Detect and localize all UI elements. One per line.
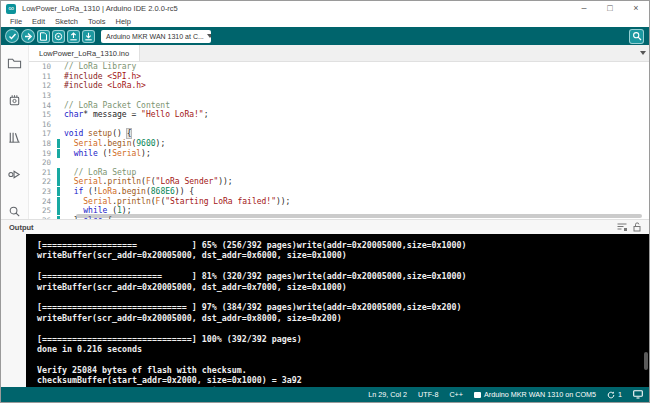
console-scrollbar[interactable] [644, 352, 648, 370]
code-line[interactable]: 17void setup() { [29, 129, 649, 139]
arduino-logo-icon: ∞ [6, 4, 16, 14]
code-line[interactable]: 11#include <SPI.h> [29, 72, 649, 82]
output-console[interactable]: [=================== ] 65% (256/392 page… [26, 234, 649, 389]
line-number: 11 [29, 72, 51, 81]
line-number: 25 [29, 206, 51, 215]
display-indicator[interactable] [633, 390, 643, 399]
line-number: 24 [29, 197, 51, 206]
status-bar: Ln 29, Col 2 UTF-8 C++ Arduino MKR WAN 1… [1, 387, 649, 402]
line-number: 19 [29, 149, 51, 158]
console-line: Verify 25084 bytes of flash with checksu… [37, 365, 649, 375]
console-line: [=================== ] 65% (256/392 page… [37, 240, 649, 250]
console-line [37, 354, 649, 364]
menu-file[interactable]: File [5, 17, 27, 26]
line-number: 22 [29, 177, 51, 186]
code-line[interactable]: 18 Serial.begin(9600); [29, 139, 649, 149]
code-text: void setup() { [64, 129, 131, 138]
search-icon [7, 204, 22, 219]
code-text: // LoRa Packet Content [64, 101, 170, 110]
console-line: writeBuffer(scr_addr=0x20005000, dst_add… [37, 282, 649, 292]
line-number: 12 [29, 81, 51, 90]
editor-horizontal-scrollbar[interactable] [76, 214, 642, 218]
upload-button[interactable] [21, 29, 35, 43]
sidebar-item-debug[interactable] [1, 156, 28, 193]
line-number: 20 [29, 158, 51, 167]
code-text: if (!LoRa.begin(868E6)) { [64, 187, 194, 196]
code-text: #include <LoRa.h> [64, 81, 146, 90]
code-text: #include <SPI.h> [64, 72, 141, 81]
code-line[interactable]: 13 [29, 91, 649, 101]
code-line[interactable]: 20 [29, 158, 649, 168]
code-line[interactable]: 24 Serial.println(F("Starting LoRa faile… [29, 196, 649, 206]
code-line[interactable]: 22 Serial.println(F("LoRa Sender")); [29, 177, 649, 187]
code-line[interactable]: 12#include <LoRa.h> [29, 81, 649, 91]
change-indicator [57, 101, 60, 110]
tab-sketch-file[interactable]: LowPower_LoRa_1310.ino [29, 45, 140, 61]
encoding-indicator[interactable]: UTF-8 [418, 390, 438, 399]
console-line: writeBuffer(scr_addr=0x20005000, dst_add… [37, 250, 649, 260]
window-title: LowPower_LoRa_1310 | Arduino IDE 2.0.0-r… [22, 4, 178, 13]
board-port-indicator[interactable]: Arduino MKR WAN 1310 on COM5 [474, 390, 596, 399]
notifications-count: 1 [618, 390, 622, 399]
code-line[interactable]: 21 // LoRa Setup [29, 168, 649, 178]
arrow-up-icon [69, 32, 78, 41]
clear-output-icon[interactable] [617, 223, 627, 231]
arrow-down-icon [84, 32, 93, 41]
line-number: 18 [29, 139, 51, 148]
code-line[interactable]: 23 if (!LoRa.begin(868E6)) { [29, 187, 649, 197]
maximize-button[interactable]: □ [597, 1, 623, 16]
line-number: 21 [29, 168, 51, 177]
verify-button[interactable] [5, 29, 19, 43]
tab-list-dropdown[interactable] [633, 45, 649, 61]
chevron-down-icon [207, 34, 211, 38]
menu-sketch[interactable]: Sketch [50, 17, 83, 26]
serial-monitor-button[interactable] [629, 29, 644, 44]
chip-icon [7, 93, 22, 108]
code-editor[interactable]: 10// LoRa Library11#include <SPI.h>12#in… [29, 62, 649, 219]
menu-tools[interactable]: Tools [83, 17, 111, 26]
code-line[interactable]: 10// LoRa Library [29, 62, 649, 72]
arduino-ide-window: ∞ LowPower_LoRa_1310 | Arduino IDE 2.0.0… [0, 0, 650, 403]
minimize-button[interactable]: – [571, 1, 597, 16]
sidebar-item-library-manager[interactable] [1, 119, 28, 156]
board-connected-icon [474, 392, 481, 398]
console-line: [==============================] 100% (3… [37, 334, 649, 344]
title-bar: ∞ LowPower_LoRa_1310 | Arduino IDE 2.0.0… [1, 1, 649, 16]
sidebar-item-sketchbook[interactable] [1, 45, 28, 82]
sidebar-item-boards-manager[interactable] [1, 82, 28, 119]
code-line[interactable]: 16 [29, 120, 649, 130]
tab-label: LowPower_LoRa_1310.ino [39, 49, 129, 58]
window-controls: – □ × [571, 1, 649, 16]
change-indicator [57, 149, 60, 158]
scroll-lock-icon[interactable] [633, 222, 641, 232]
code-text: Serial.begin(9600); [64, 139, 165, 148]
menu-edit[interactable]: Edit [27, 17, 50, 26]
console-line: writeBuffer(scr_addr=0x20005000, dst_add… [37, 313, 649, 323]
cursor-position[interactable]: Ln 29, Col 2 [368, 390, 407, 399]
line-number: 17 [29, 129, 51, 138]
output-panel-header: Output [1, 220, 649, 234]
change-indicator [57, 62, 60, 71]
board-selector-dropdown[interactable]: Arduino MKR WAN 1310 at C... [101, 30, 211, 43]
menu-help[interactable]: Help [110, 17, 135, 26]
language-mode[interactable]: C++ [449, 390, 463, 399]
console-line [37, 292, 649, 302]
debug-button[interactable] [52, 30, 65, 43]
code-text: while (!Serial); [64, 149, 151, 158]
change-indicator [57, 177, 60, 186]
close-button[interactable]: × [623, 1, 649, 16]
code-line[interactable]: 19 while (!Serial); [29, 148, 649, 158]
change-indicator [57, 81, 60, 90]
code-line[interactable]: 15char* message = "Hello LoRa!"; [29, 110, 649, 120]
change-indicator [57, 187, 60, 196]
new-sketch-button[interactable] [37, 30, 50, 43]
console-line: checksumBuffer(start_addr=0x2000, size=0… [37, 375, 649, 385]
debug-circle-icon [54, 32, 63, 41]
display-icon [633, 390, 643, 399]
export-binary-button[interactable] [67, 30, 80, 43]
code-line[interactable]: 14// LoRa Packet Content [29, 100, 649, 110]
import-button[interactable] [82, 30, 95, 43]
console-lines: [=================== ] 65% (256/392 page… [37, 240, 649, 389]
change-indicator [57, 110, 60, 119]
notifications-indicator[interactable]: 1 [607, 390, 622, 399]
